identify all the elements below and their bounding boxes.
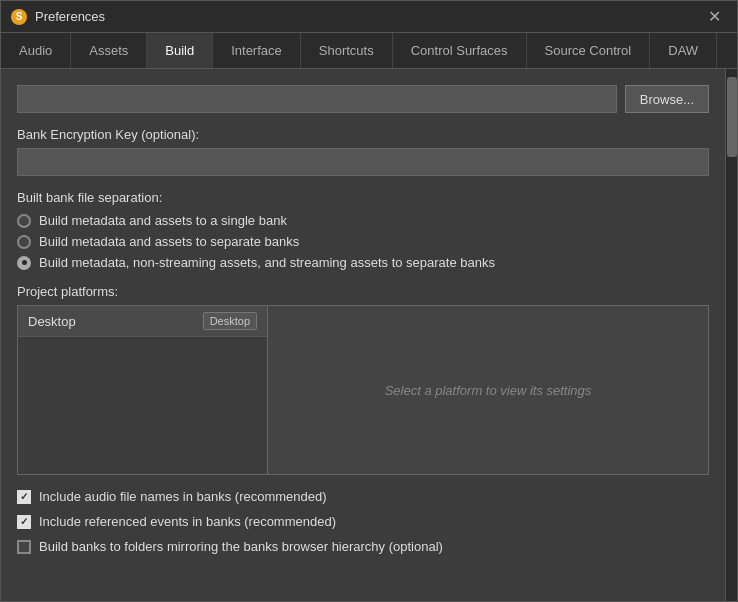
platform-list: Desktop Desktop	[18, 306, 268, 474]
bank-encryption-input[interactable]	[17, 148, 709, 176]
checkbox-box-referenced-events	[17, 515, 31, 529]
main-content: Browse... Bank Encryption Key (optional)…	[1, 69, 725, 601]
tab-assets[interactable]: Assets	[71, 33, 147, 68]
platform-name-desktop: Desktop	[28, 314, 76, 329]
title-bar: S Preferences ✕	[1, 1, 737, 33]
platform-settings-panel: Select a platform to view its settings	[268, 306, 708, 474]
preferences-window: S Preferences ✕ Audio Assets Build Inter…	[0, 0, 738, 602]
tab-source-control[interactable]: Source Control	[527, 33, 651, 68]
checkbox-label-build-folders: Build banks to folders mirroring the ban…	[39, 539, 443, 554]
tab-bar: Audio Assets Build Interface Shortcuts C…	[1, 33, 737, 69]
tab-build[interactable]: Build	[147, 33, 213, 68]
tab-shortcuts[interactable]: Shortcuts	[301, 33, 393, 68]
platforms-label: Project platforms:	[17, 284, 709, 299]
platform-hint: Select a platform to view its settings	[385, 383, 592, 398]
checkbox-referenced-events[interactable]: Include referenced events in banks (reco…	[17, 514, 709, 529]
checkbox-build-folders[interactable]: Build banks to folders mirroring the ban…	[17, 539, 709, 554]
radio-circle-single	[17, 214, 31, 228]
checkbox-audio-names[interactable]: Include audio file names in banks (recom…	[17, 489, 709, 504]
bank-separation-label: Built bank file separation:	[17, 190, 709, 205]
platform-badge-desktop: Desktop	[203, 312, 257, 330]
radio-streaming-banks[interactable]: Build metadata, non-streaming assets, an…	[17, 255, 709, 270]
close-button[interactable]: ✕	[702, 5, 727, 29]
build-path-input[interactable]	[17, 85, 617, 113]
bank-encryption-label: Bank Encryption Key (optional):	[17, 127, 709, 142]
checkbox-box-audio-names	[17, 490, 31, 504]
radio-group: Build metadata and assets to a single ba…	[17, 213, 709, 270]
checkbox-label-audio-names: Include audio file names in banks (recom…	[39, 489, 327, 504]
radio-label-separate: Build metadata and assets to separate ba…	[39, 234, 299, 249]
platforms-box: Desktop Desktop Select a platform to vie…	[17, 305, 709, 475]
checkbox-label-referenced-events: Include referenced events in banks (reco…	[39, 514, 336, 529]
tab-control-surfaces[interactable]: Control Surfaces	[393, 33, 527, 68]
scrollbar-thumb[interactable]	[727, 77, 737, 157]
build-path-row: Browse...	[17, 85, 709, 113]
window-title: Preferences	[35, 9, 105, 24]
platforms-section: Project platforms: Desktop Desktop Selec…	[17, 284, 709, 475]
bank-separation-section: Built bank file separation: Build metada…	[17, 190, 709, 270]
radio-single-bank[interactable]: Build metadata and assets to a single ba…	[17, 213, 709, 228]
checkbox-group: Include audio file names in banks (recom…	[17, 489, 709, 554]
scrollbar-track[interactable]	[725, 69, 737, 601]
content-area: Browse... Bank Encryption Key (optional)…	[1, 69, 737, 601]
platform-item-desktop[interactable]: Desktop Desktop	[18, 306, 267, 337]
radio-circle-streaming	[17, 256, 31, 270]
tab-audio[interactable]: Audio	[1, 33, 71, 68]
app-icon: S	[11, 9, 27, 25]
tab-daw[interactable]: DAW	[650, 33, 717, 68]
radio-circle-separate	[17, 235, 31, 249]
radio-label-single: Build metadata and assets to a single ba…	[39, 213, 287, 228]
radio-label-streaming: Build metadata, non-streaming assets, an…	[39, 255, 495, 270]
browse-button[interactable]: Browse...	[625, 85, 709, 113]
bank-encryption-section: Bank Encryption Key (optional):	[17, 127, 709, 176]
radio-separate-banks[interactable]: Build metadata and assets to separate ba…	[17, 234, 709, 249]
checkbox-box-build-folders	[17, 540, 31, 554]
tab-interface[interactable]: Interface	[213, 33, 301, 68]
